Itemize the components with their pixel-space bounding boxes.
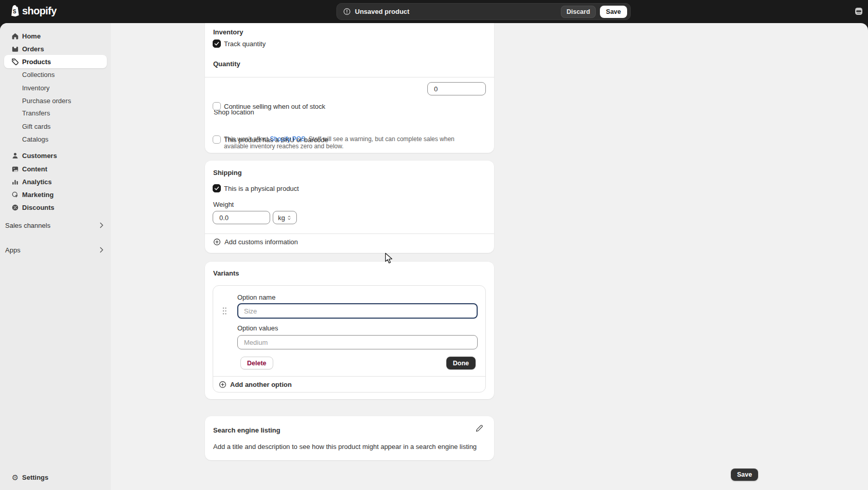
divider bbox=[205, 233, 494, 234]
search-engine-listing-card: Search engine listing Add a title and de… bbox=[205, 416, 494, 460]
sidebar-item-orders[interactable]: Orders bbox=[4, 42, 107, 55]
plus-circle-icon bbox=[213, 238, 221, 246]
orders-icon bbox=[11, 45, 19, 53]
sku-barcode-checkbox[interactable] bbox=[213, 135, 221, 144]
save-button-bottom[interactable]: Save bbox=[731, 468, 758, 481]
sidebar-item-gift-cards[interactable]: Gift cards bbox=[4, 120, 107, 133]
save-button-topbar[interactable]: Save bbox=[600, 6, 627, 18]
sidebar-item-discounts[interactable]: Discounts bbox=[4, 201, 107, 214]
sidebar-item-inventory[interactable]: Inventory bbox=[4, 81, 107, 94]
seo-heading: Search engine listing bbox=[213, 426, 280, 434]
sku-barcode-row: This product has a SKU or barcode bbox=[213, 134, 328, 145]
shopify-admin-window: S shopify Unsaved product Discard Save bbox=[0, 0, 868, 490]
physical-product-row: This is a physical product bbox=[213, 183, 299, 193]
check-icon bbox=[214, 185, 220, 191]
sidebar-item-analytics[interactable]: Analytics bbox=[4, 175, 107, 188]
content-icon bbox=[11, 165, 19, 173]
chevron-right-icon bbox=[100, 222, 104, 228]
plus-circle-icon bbox=[219, 381, 227, 388]
shopify-wordmark: shopify bbox=[22, 5, 56, 17]
sidebar-item-content[interactable]: Content bbox=[4, 162, 107, 175]
shop-location-quantity-input[interactable] bbox=[427, 82, 486, 95]
svg-text:S: S bbox=[13, 9, 16, 14]
shopify-bag-icon: S bbox=[10, 5, 20, 17]
delete-option-button[interactable]: Delete bbox=[240, 357, 273, 369]
option-values-label: Option values bbox=[237, 324, 278, 332]
gear-icon: ⚙ bbox=[11, 474, 19, 481]
discounts-badge-icon bbox=[11, 204, 19, 211]
select-stepper-icon bbox=[287, 214, 292, 221]
sidebar: Home Orders Products Collections Invento… bbox=[0, 23, 111, 490]
pencil-icon bbox=[475, 424, 483, 433]
edit-seo-button[interactable] bbox=[475, 424, 484, 434]
option-name-label: Option name bbox=[237, 293, 275, 301]
sidebar-item-marketing[interactable]: Marketing bbox=[4, 188, 107, 201]
sidebar-item-purchase-orders[interactable]: Purchase orders bbox=[4, 94, 107, 107]
track-quantity-row: Track quantity bbox=[213, 38, 266, 49]
sidebar-item-catalogs[interactable]: Catalogs bbox=[4, 132, 107, 146]
shipping-card: Shipping This is a physical product Weig… bbox=[205, 161, 494, 253]
divider bbox=[205, 77, 494, 77]
store-avatar-icon[interactable] bbox=[855, 7, 863, 15]
weight-input[interactable] bbox=[213, 211, 270, 224]
shopify-logo[interactable]: S shopify bbox=[10, 5, 56, 17]
sidebar-section-apps[interactable]: Apps bbox=[4, 243, 107, 257]
variants-card: Variants Option name Option values Delet… bbox=[205, 262, 494, 399]
inventory-heading: Inventory bbox=[213, 28, 243, 36]
sidebar-item-collections[interactable]: Collections bbox=[4, 68, 107, 81]
check-icon bbox=[214, 41, 220, 47]
option-name-input[interactable] bbox=[237, 303, 478, 319]
drag-handle-icon[interactable] bbox=[221, 306, 228, 316]
unsaved-status-text: Unsaved product bbox=[355, 8, 409, 15]
variants-heading: Variants bbox=[213, 269, 239, 277]
sidebar-item-customers[interactable]: Customers bbox=[4, 149, 107, 162]
inventory-card: Inventory Track quantity Quantity Shop l… bbox=[205, 23, 494, 153]
variant-option-editor: Option name Option values Delete Done Ad… bbox=[213, 285, 486, 393]
shipping-heading: Shipping bbox=[213, 169, 242, 177]
discard-button[interactable]: Discard bbox=[561, 6, 596, 18]
weight-unit-select[interactable]: kg bbox=[273, 211, 297, 224]
sidebar-item-products[interactable]: Products bbox=[4, 55, 107, 68]
add-customs-information-link[interactable]: Add customs information bbox=[213, 238, 298, 246]
add-another-option-link[interactable]: Add another option bbox=[219, 381, 292, 388]
sidebar-item-transfers[interactable]: Transfers bbox=[4, 106, 107, 120]
chevron-right-icon bbox=[100, 247, 104, 253]
marketing-icon bbox=[11, 191, 19, 199]
done-option-button[interactable]: Done bbox=[446, 357, 476, 369]
sidebar-section-sales-channels[interactable]: Sales channels bbox=[4, 219, 107, 232]
track-quantity-checkbox[interactable] bbox=[213, 40, 221, 48]
topbar: S shopify Unsaved product Discard Save bbox=[0, 0, 868, 23]
seo-description: Add a title and description to see how t… bbox=[213, 443, 477, 450]
physical-product-checkbox[interactable] bbox=[213, 184, 221, 192]
sidebar-item-home[interactable]: Home bbox=[4, 29, 107, 43]
products-tag-icon bbox=[11, 58, 19, 66]
home-icon bbox=[11, 32, 19, 40]
customers-icon bbox=[11, 152, 19, 160]
divider bbox=[213, 376, 485, 377]
sidebar-item-settings[interactable]: ⚙ Settings bbox=[4, 471, 107, 484]
analytics-bars-icon bbox=[11, 178, 19, 186]
app-frame: Home Orders Products Collections Invento… bbox=[0, 23, 868, 490]
continue-selling-row: Continue selling when out of stock bbox=[213, 101, 325, 111]
alert-icon bbox=[343, 8, 351, 15]
quantity-subheading: Quantity bbox=[213, 60, 240, 68]
unsaved-changes-bar: Unsaved product Discard Save bbox=[336, 3, 631, 20]
weight-label: Weight bbox=[213, 201, 234, 208]
continue-selling-checkbox[interactable] bbox=[213, 102, 221, 110]
option-values-input[interactable] bbox=[237, 335, 478, 349]
